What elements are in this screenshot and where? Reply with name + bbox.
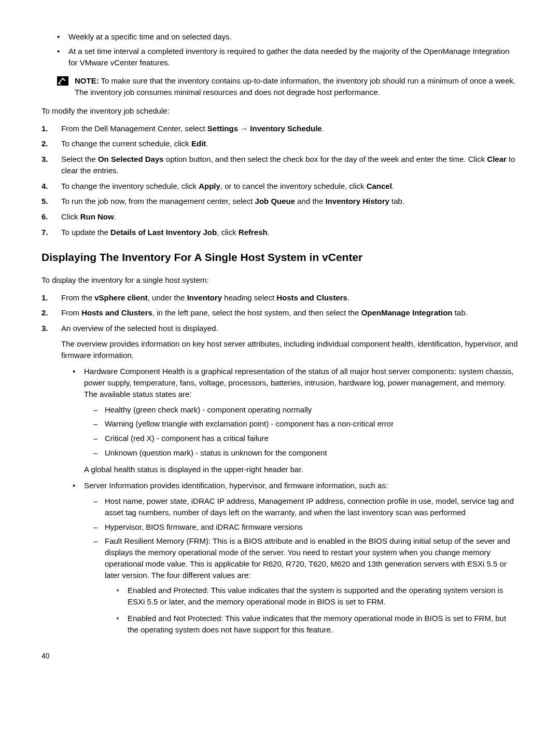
dash-list: Healthy (green check mark) - component o… [84,404,519,459]
list-item: Select the On Selected Days option butto… [41,154,519,176]
note-icon [57,76,68,89]
inner-bullet-list: Hardware Component Health is a graphical… [61,366,519,635]
bullet-text: Server Information provides identificati… [84,481,388,490]
top-bullet-list: Weekly at a specific time and on selecte… [41,31,519,68]
list-item: From the vSphere client, under the Inven… [41,292,519,304]
note-callout: NOTE: To make sure that the inventory co… [41,75,519,98]
list-item: Hardware Component Health is a graphical… [73,366,519,475]
bullet-text: Hardware Component Health is a graphical… [84,367,514,398]
list-item: To update the Details of Last Inventory … [41,227,519,238]
page-number: 40 [41,651,519,661]
list-item: Host name, power state, iDRAC IP address… [93,495,519,518]
note-label: NOTE: [75,76,99,85]
list-item: Server Information provides identificati… [73,480,519,635]
list-item: At a set time interval a completed inven… [57,46,519,68]
list-item: Healthy (green check mark) - component o… [93,404,519,416]
list-item: To change the inventory schedule, click … [41,181,519,192]
paragraph-display: To display the inventory for a single ho… [41,274,519,286]
list-item: From the Dell Management Center, select … [41,123,519,134]
list-item: Critical (red X) - component has a criti… [93,433,519,444]
steps-list-1: From the Dell Management Center, select … [41,123,519,238]
list-item: Enabled and Not Protected: This value in… [116,613,519,636]
steps-list-2: From the vSphere client, under the Inven… [41,292,519,636]
list-item: Fault Resilient Memory (FRM): This is a … [93,535,519,635]
dash-text: Fault Resilient Memory (FRM): This is a … [105,536,510,579]
paragraph-modify: To modify the inventory job schedule: [41,105,519,117]
list-item: Unknown (question mark) - status is unkn… [93,447,519,459]
list-item: To change the current schedule, click Ed… [41,138,519,149]
dash-list: Host name, power state, iDRAC IP address… [84,495,519,635]
list-item: Warning (yellow triangle with exclamatio… [93,418,519,430]
list-item: Hypervisor, BIOS firmware, and iDRAC fir… [93,521,519,533]
star-list: Enabled and Protected: This value indica… [105,585,519,635]
list-item: From Hosts and Clusters, in the left pan… [41,307,519,319]
step3-paragraph: The overview provides information on key… [61,338,519,361]
svg-rect-0 [57,76,68,86]
step3-line1: An overview of the selected host is disp… [61,324,218,333]
note-body: To make sure that the inventory contains… [75,76,515,97]
section-heading: Displaying The Inventory For A Single Ho… [41,250,519,265]
list-item: Click Run Now. [41,211,519,223]
note-text: NOTE: To make sure that the inventory co… [75,75,519,98]
bullet-after-text: A global health status is displayed in t… [84,464,519,475]
list-item: Enabled and Protected: This value indica… [116,585,519,608]
list-item: To run the job now, from the management … [41,196,519,207]
list-item: An overview of the selected host is disp… [41,323,519,635]
list-item: Weekly at a specific time and on selecte… [57,31,519,43]
